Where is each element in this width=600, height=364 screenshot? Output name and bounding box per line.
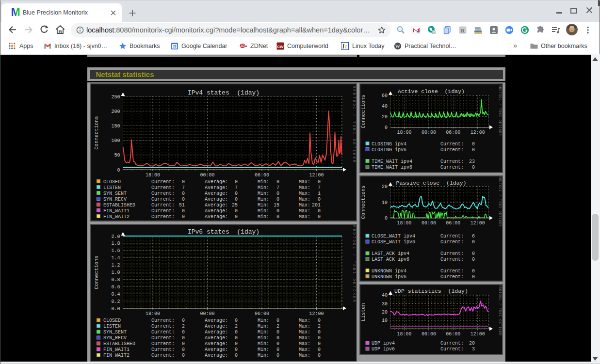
svg-text:0: 0 xyxy=(318,341,321,347)
svg-text:Max:: Max: xyxy=(299,353,310,358)
svg-text:Max:: Max: xyxy=(299,341,310,347)
svg-text:40: 40 xyxy=(382,104,388,109)
svg-text:Current:: Current: xyxy=(440,159,464,164)
svg-text:2: 2 xyxy=(235,324,238,329)
svg-text:0: 0 xyxy=(472,165,475,170)
svg-text:Current:: Current: xyxy=(151,347,175,352)
svg-text:1: 1 xyxy=(318,191,321,196)
svg-text:Average:: Average: xyxy=(205,335,228,341)
svg-text:LAST_ACK ipv6: LAST_ACK ipv6 xyxy=(372,257,409,262)
svg-text:Current:: Current: xyxy=(151,353,175,358)
svg-text:2: 2 xyxy=(276,324,279,329)
svg-text:Max:: Max: xyxy=(299,318,310,323)
svg-text:Current:: Current: xyxy=(151,203,175,208)
svg-text:60: 60 xyxy=(382,93,388,98)
svg-text:Connections: Connections xyxy=(360,185,366,219)
svg-text:Current:: Current: xyxy=(440,142,464,147)
svg-text:2.0: 2.0 xyxy=(111,234,120,239)
svg-text:1.4: 1.4 xyxy=(111,255,120,261)
svg-text:0.0: 0.0 xyxy=(111,306,120,312)
svg-text:0: 0 xyxy=(235,353,238,358)
svg-text:0: 0 xyxy=(182,191,185,196)
svg-text:Max:: Max: xyxy=(299,347,310,352)
svg-text:CLOSE_WAIT ipv4: CLOSE_WAIT ipv4 xyxy=(372,234,415,239)
svg-text:0: 0 xyxy=(318,347,321,352)
svg-text:40: 40 xyxy=(382,293,388,298)
svg-text:0.6: 0.6 xyxy=(111,285,120,290)
svg-text:Max:: Max: xyxy=(299,335,310,341)
svg-text:06:00: 06:00 xyxy=(255,311,269,317)
svg-text:12:00: 12:00 xyxy=(470,221,485,226)
svg-text:Current:: Current: xyxy=(440,234,464,239)
svg-text:23: 23 xyxy=(469,159,475,164)
svg-text:Average:: Average: xyxy=(205,179,228,185)
svg-text:RRDTOOL / TOBI OETIKER: RRDTOOL / TOBI OETIKER xyxy=(352,225,356,303)
svg-text:TIME_WAIT ipv6: TIME_WAIT ipv6 xyxy=(372,165,412,170)
svg-text:R: R xyxy=(461,28,465,33)
svg-text:Average:: Average: xyxy=(205,191,228,196)
svg-text:Average:: Average: xyxy=(205,347,228,352)
svg-text:Current:: Current: xyxy=(440,269,464,274)
svg-text:00:00: 00:00 xyxy=(200,173,214,178)
svg-text:Max:: Max: xyxy=(299,208,310,214)
svg-text:Listen: Listen xyxy=(360,303,366,321)
svg-text:18:00: 18:00 xyxy=(397,332,411,337)
svg-text:LISTEN: LISTEN xyxy=(103,324,121,329)
svg-text:Max:: Max: xyxy=(299,197,310,202)
svg-text:Average:: Average: xyxy=(205,214,228,220)
svg-text:Min:: Min: xyxy=(258,330,269,335)
svg-text:0: 0 xyxy=(182,208,185,214)
svg-text:Connections: Connections xyxy=(360,95,366,128)
svg-text:Min:: Min: xyxy=(258,203,269,208)
svg-text:Average:: Average: xyxy=(205,197,228,202)
svg-text:20: 20 xyxy=(382,310,388,315)
svg-text:0: 0 xyxy=(276,347,279,352)
svg-text:200: 200 xyxy=(111,109,120,114)
svg-text:FIN_WAIT2: FIN_WAIT2 xyxy=(103,214,130,220)
svg-text:SYN_SENT: SYN_SENT xyxy=(103,191,127,196)
svg-text:0: 0 xyxy=(235,197,238,202)
svg-text:Current:: Current: xyxy=(440,274,464,280)
svg-text:Min:: Min: xyxy=(258,197,269,202)
svg-text:0: 0 xyxy=(182,197,185,202)
svg-text:7: 7 xyxy=(235,185,238,190)
svg-text:0: 0 xyxy=(235,330,238,335)
svg-text:Current:: Current: xyxy=(151,185,175,190)
svg-text:UNKNOWN ipv4: UNKNOWN ipv4 xyxy=(372,269,406,274)
svg-text:0: 0 xyxy=(472,251,475,256)
svg-text:00:00: 00:00 xyxy=(200,311,214,317)
svg-text:0: 0 xyxy=(318,208,321,214)
svg-text:0: 0 xyxy=(235,191,238,196)
svg-text:LISTEN: LISTEN xyxy=(103,185,121,190)
svg-text:Max:: Max: xyxy=(299,324,310,329)
svg-text:0: 0 xyxy=(318,330,321,335)
svg-text:0: 0 xyxy=(472,142,475,147)
svg-text:Average:: Average: xyxy=(205,208,228,214)
svg-text:?: ? xyxy=(433,31,435,34)
svg-text:0: 0 xyxy=(318,197,321,202)
svg-text:SYN_RECV: SYN_RECV xyxy=(103,197,127,202)
svg-text:12:00: 12:00 xyxy=(470,332,485,337)
svg-text:7: 7 xyxy=(276,185,279,190)
svg-text:0: 0 xyxy=(235,335,238,341)
svg-text:0: 0 xyxy=(276,179,279,185)
svg-text:0: 0 xyxy=(182,353,185,358)
svg-text:06:00: 06:00 xyxy=(255,173,269,178)
svg-text:18:00: 18:00 xyxy=(146,173,160,178)
svg-text:30: 30 xyxy=(382,301,388,307)
svg-text:Min:: Min: xyxy=(258,214,269,220)
svg-text:0: 0 xyxy=(117,168,120,173)
svg-text:Current:: Current: xyxy=(440,165,464,170)
svg-text:18:00: 18:00 xyxy=(146,311,160,317)
svg-text:RRDTOOL / TOBI OETIKER: RRDTOOL / TOBI OETIKER xyxy=(498,176,502,227)
svg-text:0.4: 0.4 xyxy=(111,292,120,297)
svg-text:0: 0 xyxy=(318,318,321,323)
svg-text:06:00: 06:00 xyxy=(446,332,460,337)
svg-text:IPv4 states (1day): IPv4 states (1day) xyxy=(188,89,259,96)
svg-text:CW: CW xyxy=(277,45,284,49)
svg-text:0: 0 xyxy=(276,330,279,335)
svg-text:28: 28 xyxy=(173,45,177,48)
svg-text:0: 0 xyxy=(182,330,185,335)
svg-text:Current:: Current: xyxy=(151,214,175,220)
svg-text:Min:: Min: xyxy=(258,353,269,358)
